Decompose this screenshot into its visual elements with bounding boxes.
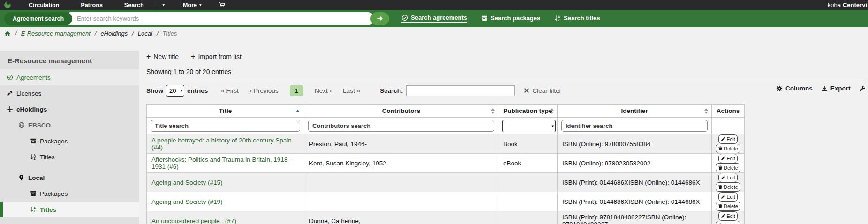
table-filter-row: ▾ bbox=[147, 118, 745, 134]
sort-az-icon: AZ bbox=[30, 206, 37, 213]
table-search-input[interactable] bbox=[406, 85, 515, 96]
check-circle-icon bbox=[6, 74, 13, 81]
pagination: « First ‹ Previous 1 Next › Last » bbox=[221, 85, 360, 96]
sidebar-item-local-titles[interactable]: AZ Titles bbox=[0, 202, 139, 217]
agreement-search-scope: Agreement search bbox=[4, 12, 72, 25]
identifier-filter-input[interactable] bbox=[561, 120, 708, 132]
sort-icon bbox=[491, 108, 495, 114]
svg-text:Z: Z bbox=[558, 18, 560, 22]
delete-button[interactable]: Delete bbox=[716, 182, 740, 192]
sidebar-item-eholdings[interactable]: eHoldings bbox=[0, 101, 139, 117]
delete-button[interactable]: Delete bbox=[716, 202, 740, 211]
entries-label: entries bbox=[187, 87, 208, 94]
identifier-cell: ISBN (Print): 9781848408227ISBN (Online)… bbox=[558, 211, 712, 224]
chevron-down-icon: ▾ bbox=[199, 3, 202, 7]
table-row: Aftershocks: Politics and Trauma in Brit… bbox=[147, 154, 745, 173]
pagination-next[interactable]: Next › bbox=[315, 87, 332, 94]
pagination-first[interactable]: « First bbox=[221, 87, 239, 94]
entries-select[interactable]: 20 bbox=[166, 85, 184, 97]
wrench-icon bbox=[859, 85, 866, 92]
column-header-contributors[interactable]: Contributors bbox=[304, 105, 498, 118]
sidebar-item-ebsco[interactable]: EBSCO bbox=[0, 117, 139, 133]
topnav-patrons[interactable]: Patrons bbox=[70, 0, 113, 10]
columns-button[interactable]: Columns bbox=[776, 85, 813, 92]
title-link[interactable]: Ageing and Society (#15) bbox=[151, 179, 223, 186]
sidebar-title: E-Resource management bbox=[0, 51, 139, 69]
divider bbox=[146, 79, 865, 79]
edit-button[interactable]: Edit bbox=[718, 192, 737, 202]
table-row: Ageing and Society (#15) ISBN (Print): 0… bbox=[147, 173, 745, 192]
top-navigation: Circulation Patrons Search ▾ More▾ bbox=[18, 0, 232, 10]
topnav-more[interactable]: More▾ bbox=[172, 0, 212, 10]
breadcrumb-eresource-management[interactable]: E-Resource management bbox=[21, 30, 91, 37]
search-input[interactable] bbox=[65, 12, 374, 25]
title-link[interactable]: Ageing and Society (#19) bbox=[151, 198, 223, 205]
archive-box-icon bbox=[30, 138, 37, 144]
search-type-links: Search agreements Search packages AZ Sea… bbox=[401, 14, 600, 23]
pagination-previous[interactable]: ‹ Previous bbox=[250, 87, 279, 94]
identifier-cell: ISBN (Print): 0144686XISBN (Online): 014… bbox=[558, 192, 712, 211]
publication-type-filter[interactable] bbox=[502, 120, 556, 132]
edit-button[interactable]: Edit bbox=[718, 134, 737, 144]
showing-entries-info: Showing 1 to 20 of 20 entries bbox=[146, 68, 868, 75]
publication-type-cell: eBook bbox=[498, 154, 558, 173]
column-header-publication-type[interactable]: Publication type bbox=[498, 105, 558, 118]
sidebar-item-licenses[interactable]: Licenses bbox=[0, 85, 139, 101]
edit-button[interactable]: Edit bbox=[718, 154, 737, 163]
sidebar-item-local[interactable]: Local bbox=[0, 170, 139, 186]
gavel-icon bbox=[6, 90, 13, 97]
import-from-list-button[interactable]: +Import from list bbox=[191, 52, 242, 61]
breadcrumb-eholdings[interactable]: eHoldings bbox=[100, 30, 128, 37]
contributors-cell bbox=[304, 192, 498, 211]
cart-icon[interactable] bbox=[212, 0, 232, 10]
gear-icon bbox=[776, 85, 783, 92]
table-row: Ageing and Society (#19) ISBN (Print): 0… bbox=[147, 192, 745, 211]
search-packages-link[interactable]: Search packages bbox=[481, 15, 540, 22]
table-row: A people betrayed: a history of 20th cen… bbox=[147, 134, 745, 154]
table-search-label: Search: bbox=[380, 87, 403, 94]
new-title-button[interactable]: +New title bbox=[146, 52, 179, 61]
sort-az-icon: AZ bbox=[30, 154, 37, 160]
map-pin-icon bbox=[18, 174, 25, 181]
edit-button[interactable]: Edit bbox=[718, 211, 737, 221]
delete-button[interactable]: Delete bbox=[716, 221, 740, 224]
plus-icon: + bbox=[191, 52, 195, 61]
contributors-filter-input[interactable] bbox=[308, 120, 494, 132]
title-link[interactable]: An unconsidered people : (#7) bbox=[151, 217, 236, 224]
search-agreements-link[interactable]: Search agreements bbox=[401, 14, 467, 23]
contributors-cell: Dunne, Catherine, bbox=[304, 211, 498, 224]
table-header-row: Title Contributors Publication type Iden… bbox=[147, 105, 745, 118]
title-link[interactable]: Aftershocks: Politics and Trauma in Brit… bbox=[151, 156, 290, 170]
title-link[interactable]: A people betrayed: a history of 20th cen… bbox=[151, 137, 292, 151]
topnav-search[interactable]: Search bbox=[113, 0, 155, 10]
pagination-last[interactable]: Last » bbox=[343, 87, 360, 94]
column-header-actions: Actions bbox=[712, 105, 745, 118]
identifier-cell: ISBN (Print): 0144686XISBN (Online): 014… bbox=[558, 173, 712, 192]
delete-button[interactable]: Delete bbox=[716, 144, 740, 153]
svg-text:A: A bbox=[33, 154, 36, 157]
topnav-circulation[interactable]: Circulation bbox=[18, 0, 70, 10]
configure-button[interactable]: Configure bbox=[859, 85, 868, 92]
search-titles-link[interactable]: AZ Search titles bbox=[554, 15, 600, 22]
search-submit-button[interactable] bbox=[370, 12, 389, 25]
column-header-title[interactable]: Title bbox=[147, 105, 304, 118]
title-filter-input[interactable] bbox=[151, 120, 300, 132]
search-dropdown-toggle[interactable]: ▾ bbox=[155, 0, 173, 10]
sidebar-item-agreements[interactable]: Agreements bbox=[0, 69, 139, 85]
column-header-identifier[interactable]: Identifier bbox=[558, 105, 712, 118]
breadcrumb: / E-Resource management / eHoldings / Lo… bbox=[0, 27, 868, 40]
export-button[interactable]: Export bbox=[821, 85, 851, 92]
pencil-icon bbox=[721, 175, 725, 180]
edit-button[interactable]: Edit bbox=[718, 173, 737, 182]
top-menu-bar: Circulation Patrons Search ▾ More▾ kohaC… bbox=[0, 0, 868, 10]
koha-logo-icon[interactable] bbox=[3, 1, 11, 9]
sidebar-item-ebsco-packages[interactable]: Packages bbox=[0, 133, 139, 149]
table-row: An unconsidered people : (#7) Dunne, Cat… bbox=[147, 211, 745, 224]
sidebar-item-ebsco-titles[interactable]: AZ Titles bbox=[0, 149, 139, 165]
sidebar-item-local-packages[interactable]: Packages bbox=[0, 186, 139, 202]
pagination-page-1[interactable]: 1 bbox=[290, 85, 304, 96]
clear-filter-button[interactable]: Clear filter bbox=[524, 87, 561, 94]
delete-button[interactable]: Delete bbox=[716, 163, 740, 172]
home-icon[interactable] bbox=[4, 30, 11, 37]
breadcrumb-local[interactable]: Local bbox=[138, 30, 152, 37]
